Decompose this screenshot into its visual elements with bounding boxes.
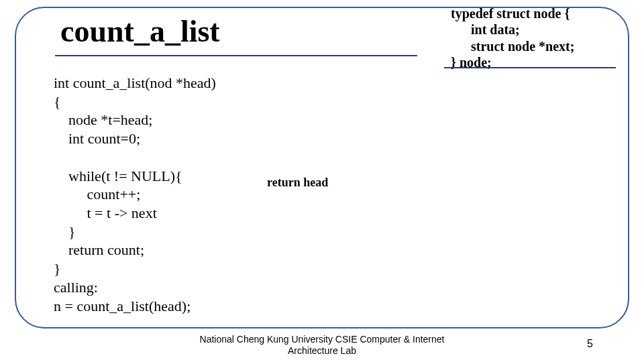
- code-block: int count_a_list(nod *head) { node *t=he…: [54, 74, 216, 315]
- footer-text: National Cheng Kung University CSIE Comp…: [0, 334, 644, 357]
- page-number: 5: [587, 338, 593, 350]
- return-head-note: return head: [267, 176, 328, 190]
- typedef-underline: [444, 67, 616, 68]
- typedef-block: typedef struct node { int data; struct n…: [451, 5, 574, 71]
- footer-line-1: National Cheng Kung University CSIE Comp…: [200, 334, 445, 345]
- footer-line-2: Architecture Lab: [288, 345, 356, 356]
- title-underline: [55, 55, 417, 56]
- slide-title: count_a_list: [60, 13, 220, 49]
- slide: count_a_list typedef struct node { int d…: [0, 0, 644, 362]
